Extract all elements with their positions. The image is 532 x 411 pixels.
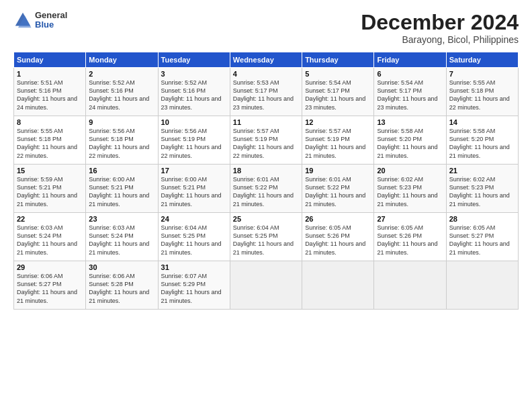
day-info: Sunrise: 5:53 AMSunset: 5:17 PMDaylight:… (233, 79, 294, 110)
day-info: Sunrise: 5:58 AMSunset: 5:20 PMDaylight:… (377, 128, 437, 158)
table-row: 20 Sunrise: 6:02 AMSunset: 5:23 PMDaylig… (374, 165, 446, 213)
day-info: Sunrise: 5:54 AMSunset: 5:17 PMDaylight:… (305, 79, 365, 110)
logo-text: General Blue (35, 11, 67, 30)
day-number: 24 (161, 215, 227, 223)
day-number: 22 (17, 215, 83, 223)
logo-icon (13, 11, 32, 30)
day-info: Sunrise: 6:01 AMSunset: 5:22 PMDaylight:… (233, 176, 294, 207)
day-number: 13 (377, 118, 443, 126)
table-row: 30 Sunrise: 6:06 AMSunset: 5:28 PMDaylig… (86, 261, 158, 310)
header-wednesday: Wednesday (230, 52, 302, 68)
page: General Blue December 2024 Barayong, Bic… (0, 0, 532, 411)
header-saturday: Saturday (446, 52, 518, 68)
day-info: Sunrise: 6:02 AMSunset: 5:23 PMDaylight:… (377, 176, 437, 207)
day-info: Sunrise: 5:55 AMSunset: 5:18 PMDaylight:… (449, 79, 510, 110)
day-number: 6 (377, 70, 443, 78)
day-info: Sunrise: 5:51 AMSunset: 5:16 PMDaylight:… (17, 79, 77, 110)
day-number: 1 (17, 70, 83, 78)
month-title: December 2024 (361, 11, 519, 34)
day-info: Sunrise: 6:02 AMSunset: 5:23 PMDaylight:… (449, 176, 510, 207)
day-info: Sunrise: 6:06 AMSunset: 5:27 PMDaylight:… (17, 273, 77, 304)
day-info: Sunrise: 5:57 AMSunset: 5:19 PMDaylight:… (233, 128, 294, 158)
header-tuesday: Tuesday (158, 52, 230, 68)
day-number: 15 (17, 167, 83, 175)
header-sunday: Sunday (14, 52, 86, 68)
table-row: 6 Sunrise: 5:54 AMSunset: 5:17 PMDayligh… (374, 68, 446, 116)
day-number: 14 (449, 118, 515, 126)
table-row: 1 Sunrise: 5:51 AMSunset: 5:16 PMDayligh… (14, 68, 86, 116)
logo: General Blue (13, 11, 67, 30)
calendar-header-row: Sunday Monday Tuesday Wednesday Thursday… (14, 52, 519, 68)
day-number: 21 (449, 167, 515, 175)
day-number: 8 (17, 118, 83, 126)
day-info: Sunrise: 5:55 AMSunset: 5:18 PMDaylight:… (17, 128, 77, 158)
header-friday: Friday (374, 52, 446, 68)
day-info: Sunrise: 6:05 AMSunset: 5:26 PMDaylight:… (377, 224, 437, 255)
day-number: 30 (89, 263, 154, 271)
table-row: 8 Sunrise: 5:55 AMSunset: 5:18 PMDayligh… (14, 116, 86, 165)
table-row (302, 261, 374, 310)
table-row: 2 Sunrise: 5:52 AMSunset: 5:16 PMDayligh… (86, 68, 158, 116)
table-row: 19 Sunrise: 6:01 AMSunset: 5:22 PMDaylig… (302, 165, 374, 213)
day-info: Sunrise: 5:56 AMSunset: 5:18 PMDaylight:… (89, 128, 149, 158)
table-row: 26 Sunrise: 6:05 AMSunset: 5:26 PMDaylig… (302, 213, 374, 261)
day-number: 10 (161, 118, 227, 126)
day-number: 3 (161, 70, 227, 78)
day-info: Sunrise: 5:52 AMSunset: 5:16 PMDaylight:… (161, 79, 222, 110)
day-info: Sunrise: 6:03 AMSunset: 5:24 PMDaylight:… (89, 224, 149, 255)
day-info: Sunrise: 5:54 AMSunset: 5:17 PMDaylight:… (377, 79, 437, 110)
calendar-week-row: 8 Sunrise: 5:55 AMSunset: 5:18 PMDayligh… (14, 116, 519, 165)
header: General Blue December 2024 Barayong, Bic… (13, 11, 519, 45)
day-info: Sunrise: 6:04 AMSunset: 5:25 PMDaylight:… (161, 224, 222, 255)
table-row: 24 Sunrise: 6:04 AMSunset: 5:25 PMDaylig… (158, 213, 230, 261)
header-thursday: Thursday (302, 52, 374, 68)
day-number: 5 (305, 70, 371, 78)
day-info: Sunrise: 6:04 AMSunset: 5:25 PMDaylight:… (233, 224, 294, 255)
day-number: 31 (161, 263, 227, 271)
table-row: 17 Sunrise: 6:00 AMSunset: 5:21 PMDaylig… (158, 165, 230, 213)
day-number: 7 (449, 70, 515, 78)
calendar-week-row: 15 Sunrise: 5:59 AMSunset: 5:21 PMDaylig… (14, 165, 519, 213)
table-row: 4 Sunrise: 5:53 AMSunset: 5:17 PMDayligh… (230, 68, 302, 116)
table-row: 3 Sunrise: 5:52 AMSunset: 5:16 PMDayligh… (158, 68, 230, 116)
calendar-week-row: 29 Sunrise: 6:06 AMSunset: 5:27 PMDaylig… (14, 261, 519, 310)
title-block: December 2024 Barayong, Bicol, Philippin… (361, 11, 519, 45)
table-row: 10 Sunrise: 5:56 AMSunset: 5:19 PMDaylig… (158, 116, 230, 165)
location-subtitle: Barayong, Bicol, Philippines (361, 34, 519, 45)
logo-general-text: General (35, 11, 67, 20)
day-info: Sunrise: 5:57 AMSunset: 5:19 PMDaylight:… (305, 128, 365, 158)
table-row: 9 Sunrise: 5:56 AMSunset: 5:18 PMDayligh… (86, 116, 158, 165)
day-number: 27 (377, 215, 443, 223)
day-number: 17 (161, 167, 227, 175)
day-number: 16 (89, 167, 154, 175)
table-row: 12 Sunrise: 5:57 AMSunset: 5:19 PMDaylig… (302, 116, 374, 165)
day-info: Sunrise: 6:07 AMSunset: 5:29 PMDaylight:… (161, 273, 222, 304)
table-row: 11 Sunrise: 5:57 AMSunset: 5:19 PMDaylig… (230, 116, 302, 165)
table-row: 31 Sunrise: 6:07 AMSunset: 5:29 PMDaylig… (158, 261, 230, 310)
table-row: 25 Sunrise: 6:04 AMSunset: 5:25 PMDaylig… (230, 213, 302, 261)
table-row: 7 Sunrise: 5:55 AMSunset: 5:18 PMDayligh… (446, 68, 518, 116)
day-info: Sunrise: 6:05 AMSunset: 5:26 PMDaylight:… (305, 224, 365, 255)
calendar-week-row: 22 Sunrise: 6:03 AMSunset: 5:24 PMDaylig… (14, 213, 519, 261)
day-number: 9 (89, 118, 154, 126)
table-row: 28 Sunrise: 6:05 AMSunset: 5:27 PMDaylig… (446, 213, 518, 261)
day-number: 12 (305, 118, 371, 126)
logo-blue-text: Blue (35, 20, 67, 30)
day-info: Sunrise: 5:52 AMSunset: 5:16 PMDaylight:… (89, 79, 149, 110)
table-row: 29 Sunrise: 6:06 AMSunset: 5:27 PMDaylig… (14, 261, 86, 310)
table-row: 15 Sunrise: 5:59 AMSunset: 5:21 PMDaylig… (14, 165, 86, 213)
table-row: 27 Sunrise: 6:05 AMSunset: 5:26 PMDaylig… (374, 213, 446, 261)
day-info: Sunrise: 6:03 AMSunset: 5:24 PMDaylight:… (17, 224, 77, 255)
day-info: Sunrise: 5:59 AMSunset: 5:21 PMDaylight:… (17, 176, 77, 207)
day-number: 4 (233, 70, 299, 78)
day-number: 18 (233, 167, 299, 175)
day-info: Sunrise: 6:00 AMSunset: 5:21 PMDaylight:… (161, 176, 222, 207)
day-info: Sunrise: 5:58 AMSunset: 5:20 PMDaylight:… (449, 128, 510, 158)
table-row: 14 Sunrise: 5:58 AMSunset: 5:20 PMDaylig… (446, 116, 518, 165)
calendar-table: Sunday Monday Tuesday Wednesday Thursday… (13, 52, 519, 310)
table-row: 18 Sunrise: 6:01 AMSunset: 5:22 PMDaylig… (230, 165, 302, 213)
day-number: 29 (17, 263, 83, 271)
table-row: 23 Sunrise: 6:03 AMSunset: 5:24 PMDaylig… (86, 213, 158, 261)
day-number: 2 (89, 70, 154, 78)
day-number: 11 (233, 118, 299, 126)
